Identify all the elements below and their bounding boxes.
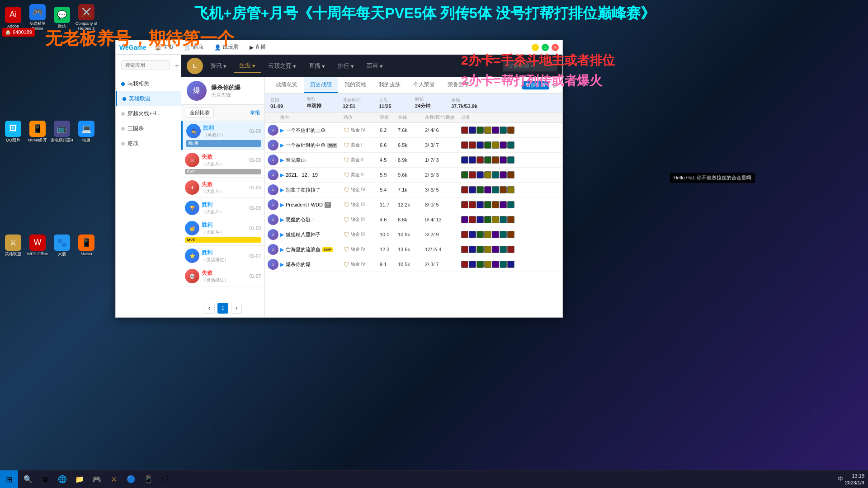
match-type-display: 类型 单双排 xyxy=(307,96,343,109)
match-result-info-6: 失败 （灵活排位） xyxy=(202,269,229,283)
kda-8: 12/ 2/ 4 xyxy=(425,247,461,252)
icon-wps[interactable]: W WPS Office xyxy=(26,230,49,261)
tab-history[interactable]: 历史战绩 xyxy=(304,77,338,93)
item-icon xyxy=(492,261,499,268)
gold-9: 10.5k xyxy=(398,262,425,267)
lol-nav-live[interactable]: 直播 ▾ xyxy=(303,59,330,73)
detail-row-1[interactable]: ⚔ ▶ 一个被针对的中单SVP 🛡 黄金 I 6.6 6.5k 3/ 3/ 7 xyxy=(265,138,562,153)
match-list-item-0[interactable]: 🧙 胜利 （单双排） 01-09 新5用 xyxy=(181,121,264,150)
lol-nav-rank[interactable]: 排行 ▾ xyxy=(332,59,359,73)
chevron-down-icon-career: ▾ xyxy=(252,62,255,69)
match-list-top-3: 🏆 胜利 （大乱斗） 01-08 xyxy=(185,201,261,215)
tab-heroes[interactable]: 我的英雄 xyxy=(338,77,373,93)
eval-8: 12.3 xyxy=(380,247,398,252)
close-button[interactable]: × xyxy=(552,44,559,51)
detail-rows-scroll[interactable]: ⚔ ▶ 一个不信邪的上单 🛡 铂金 IV 6.2 7.6k 2/ 4/ 6 ⚔ … xyxy=(265,123,562,317)
icon-qq-pic[interactable]: 🖼 QQ图片 xyxy=(2,116,24,147)
minimize-button[interactable]: − xyxy=(532,44,539,51)
all-matches-button[interactable]: 全部比赛 xyxy=(186,108,214,118)
lol-nav-tft[interactable]: 云顶之弈 ▾ xyxy=(263,59,302,73)
kda-3: 2/ 5/ 3 xyxy=(425,172,461,178)
detail-row-7[interactable]: ⚔ ▶ 狐狸精八重神子 🛡 铂金 III 10.0 10.9k 3/ 2/ 9 xyxy=(265,227,562,242)
start-button[interactable]: ⊞ xyxy=(0,470,18,488)
taskbar-search[interactable]: 🔍 xyxy=(20,471,36,488)
match-list-item-6[interactable]: 💀 失败 （灵活排位） 01-07 xyxy=(181,266,264,286)
icon-mumu2[interactable]: 📱 MuMu xyxy=(75,230,98,261)
prev-page-button[interactable]: ‹ xyxy=(204,303,215,314)
icon-lol[interactable]: ⚔ 英雄联盟 xyxy=(2,230,24,261)
taskbar-app1[interactable]: 📱 xyxy=(140,471,156,488)
icon-label-mumu2: MuMu xyxy=(80,252,92,257)
sidebar-item-lol[interactable]: 英雄联盟 xyxy=(116,91,181,106)
match-list-item-5[interactable]: ⭐ 胜利 （灵活排位） 01-07 xyxy=(181,246,264,266)
page-1-button[interactable]: 1 xyxy=(217,303,228,314)
taskbar-app2[interactable]: 🛡 xyxy=(157,471,174,488)
sidebar-item-related[interactable]: 与我相关 xyxy=(116,76,181,91)
match-list-item-1[interactable]: ⚔ 失败 （大乱斗） 01-08 SVP xyxy=(181,150,264,178)
detail-row-3[interactable]: ⚔ ▶ 2021、12、19 🛡 黄金 II 5.9 9.6k 2/ 5/ 3 xyxy=(265,168,562,183)
icon-mumu[interactable]: 📱 MuMu多开 xyxy=(26,116,49,147)
match-result-info-5: 胜利 （灵活排位） xyxy=(202,249,229,263)
lol-nav-wiki[interactable]: 百科 ▾ xyxy=(361,59,388,73)
lol-nav-career[interactable]: 生涯 ▾ xyxy=(234,59,261,73)
items-6 xyxy=(461,216,520,223)
taskbar-lol[interactable]: ⚔ xyxy=(106,471,122,488)
items-3 xyxy=(461,171,520,178)
item-icon xyxy=(461,231,468,238)
tab-honor[interactable]: 个人荣誉 xyxy=(407,77,441,93)
match-list-item-2[interactable]: 🗡 失败 （大乱斗） 01-08 xyxy=(181,178,264,198)
add-app-button[interactable]: + xyxy=(175,62,179,70)
sidebar-item-nz[interactable]: 逆战 xyxy=(116,136,181,151)
wegame-main: L 资讯 ▾ 生涯 ▾ 云顶之弈 ▾ 直播 ▾ 排行 xyxy=(181,55,562,317)
detail-row-6[interactable]: ⚔ ▶ 恶魔的心脏！ 🛡 铂金 III 4.6 6.6k 0/ 4/ 13 xyxy=(265,212,562,227)
item-icon xyxy=(507,231,514,238)
match-list-item-3[interactable]: 🏆 胜利 （大乱斗） 01-08 xyxy=(181,198,264,218)
match-list-item-4[interactable]: 👑 胜利 （大乱斗） 01-08 MVP xyxy=(181,218,264,246)
search-input[interactable] xyxy=(121,60,170,70)
rank-4: 🛡 铂金 IV xyxy=(344,186,380,193)
eval-1: 6.6 xyxy=(380,142,398,148)
match-type-2: （大乱斗） xyxy=(202,188,224,195)
col-items: 出装 xyxy=(461,114,520,121)
nav-live[interactable]: ▶ 直播 xyxy=(245,42,270,53)
icon-dianxin[interactable]: 💻 电脑 xyxy=(75,116,98,147)
adobe-icon: Ai xyxy=(5,7,21,23)
match-duration-display: 时长 24分钟 xyxy=(415,96,451,109)
detail-row-9[interactable]: ⚔ ▶ 爆杀你的爆 🛡 铂金 IV 9.1 10.5k 2/ 3/ 7 xyxy=(265,257,562,272)
detail-row-2[interactable]: ⚔ ▶ 唯见青山· 🛡 黄金 II 4.5 6.9k 1/ 7/ 3 xyxy=(265,153,562,168)
detail-row-0[interactable]: ⚔ ▶ 一个不信邪的上单 🛡 铂金 IV 6.2 7.6k 2/ 4/ 6 xyxy=(265,123,562,138)
detail-row-5[interactable]: ⚔ ▶ President I WDD三 🛡 铂金 III 11.7 12.2k… xyxy=(265,197,562,212)
taskbar-game[interactable]: 🎮 xyxy=(89,471,105,488)
sidebar-item-cfx[interactable]: 穿越火线+H... xyxy=(116,106,181,121)
item-icon xyxy=(492,186,499,193)
match-list-top-6: 💀 失败 （灵活排位） 01-07 xyxy=(185,269,261,283)
tab-overview[interactable]: 战绩总览 xyxy=(269,77,304,93)
match-result-3: 胜利 xyxy=(202,201,224,209)
taskbar-chrome[interactable]: 🔵 xyxy=(123,471,139,488)
detail-row-4[interactable]: ⚔ ▶ 别辈了在拉拉了 🛡 铂金 IV 5.4 7.1k 3/ 6/ 5 xyxy=(265,183,562,197)
detail-row-8[interactable]: ⚔ ▶ 亡海里的流浪鱼MVP 🛡 铂金 IV 12.3 13.6k 12/ 2/… xyxy=(265,242,562,257)
maximize-button[interactable]: □ xyxy=(542,44,549,51)
taskbar-explorer[interactable]: 📁 xyxy=(71,471,88,488)
icon-daluo[interactable]: 🐾 大鹿 xyxy=(51,230,73,261)
taskbar-taskview[interactable]: ⧉ xyxy=(37,471,53,488)
item-icon xyxy=(484,216,491,223)
match-time-display: 开始时间 12:51 xyxy=(343,97,379,109)
match-list-scroll[interactable]: 🧙 胜利 （单双排） 01-09 新5用 ⚔ xyxy=(181,121,264,299)
sidebar-dot-nz xyxy=(121,142,125,145)
kda-6: 0/ 4/ 13 xyxy=(425,217,461,222)
col-eval: 评价 xyxy=(380,114,398,121)
item-icon xyxy=(507,141,514,149)
lol-nav-news[interactable]: 资讯 ▾ xyxy=(205,59,232,73)
taskbar-edge[interactable]: 🌐 xyxy=(54,471,71,488)
player-name-2: ▶ 唯见青山· xyxy=(280,157,344,164)
item-icon xyxy=(492,156,499,164)
next-page-button[interactable]: › xyxy=(231,303,242,314)
match-result-6: 失败 xyxy=(202,269,229,277)
icon-emulator[interactable]: 📺 雷电模拟器4 xyxy=(51,116,73,147)
tab-skins[interactable]: 我的皮肤 xyxy=(373,77,407,93)
item-icon xyxy=(492,246,499,253)
report-button[interactable]: 举报 xyxy=(250,109,260,116)
notification-box[interactable]: 🏠 6400189 xyxy=(2,28,35,37)
sidebar-item-sgz[interactable]: 三国杀 xyxy=(116,121,181,136)
